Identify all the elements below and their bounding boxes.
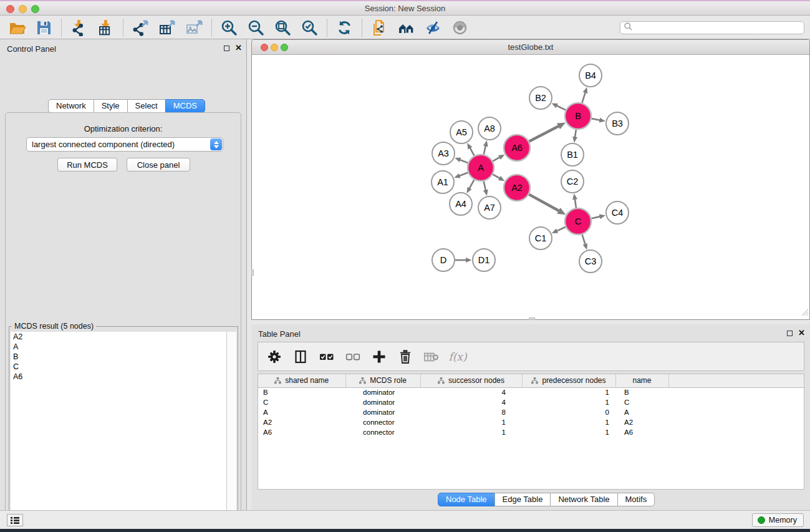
column-header-predecessor-nodes[interactable]: predecessor nodes (522, 374, 615, 387)
table-cell[interactable]: dominator (345, 397, 420, 407)
table-cell[interactable]: A (258, 407, 345, 417)
table-cell[interactable]: connector (345, 417, 420, 427)
table-cell[interactable]: dominator (345, 387, 420, 397)
hide-details-icon[interactable] (425, 19, 441, 36)
graph-node-A[interactable]: A (468, 155, 494, 181)
splitter-handle-left[interactable] (251, 269, 254, 276)
graph-edge-A-A1[interactable] (458, 173, 468, 177)
table-cell[interactable]: 4 (420, 387, 522, 397)
run-mcds-button[interactable]: Run MCDS (57, 158, 117, 172)
close-table-panel-icon[interactable]: ✕ (798, 328, 805, 337)
mcds-result-item[interactable]: A (11, 342, 226, 352)
graph-node-D1[interactable]: D1 (473, 249, 495, 271)
table-cell[interactable]: A2 (258, 417, 345, 427)
graph-node-C4[interactable]: C4 (606, 201, 629, 224)
table-cell[interactable]: 1 (522, 387, 615, 397)
tab-node-table[interactable]: Node Table (438, 493, 495, 506)
table-cell[interactable]: dominator (345, 407, 420, 417)
clone-network-icon[interactable] (371, 19, 388, 36)
add-column-icon[interactable] (372, 349, 387, 364)
column-header-MCDS-role[interactable]: MCDS role (345, 374, 420, 387)
graph-node-A2[interactable]: A2 (504, 175, 530, 201)
table-cell[interactable]: A (615, 407, 668, 417)
graph-edge-A-A5[interactable] (470, 147, 475, 156)
table-cell[interactable]: 4 (420, 397, 522, 407)
mcds-result-item[interactable]: A2 (11, 332, 226, 342)
graph-edge-B-B4[interactable] (582, 92, 586, 103)
mcds-result-item[interactable]: A6 (11, 372, 226, 382)
graph-edge-A-A6[interactable] (493, 157, 500, 161)
graph-node-A5[interactable]: A5 (450, 121, 473, 143)
graph-node-A4[interactable]: A4 (450, 193, 472, 215)
table-cell[interactable]: 8 (420, 407, 522, 417)
graph-edge-A-A7[interactable] (484, 181, 486, 191)
table-cell[interactable]: B (258, 387, 345, 397)
tab-edge-table[interactable]: Edge Table (494, 493, 551, 506)
graph-edge-B-B3[interactable] (592, 118, 601, 120)
column-header-shared-name[interactable]: shared name (258, 374, 345, 387)
table-row[interactable]: A2connector11A2 (258, 417, 804, 427)
table-cell[interactable]: B (615, 387, 668, 397)
column-header-successor-nodes[interactable]: successor nodes (420, 374, 522, 387)
graph-edge-A6-B[interactable] (529, 125, 560, 141)
table-cell[interactable]: A2 (615, 417, 668, 427)
table-row[interactable]: Bdominator41B (258, 387, 804, 397)
table-cell[interactable]: 0 (522, 407, 615, 417)
export-table-icon[interactable] (159, 19, 176, 36)
graph-edge-A-A2[interactable] (493, 175, 500, 179)
graph-edge-C-C2[interactable] (575, 198, 576, 208)
table-cell[interactable]: 1 (522, 417, 615, 427)
table-cell[interactable]: 1 (522, 427, 615, 437)
graph-node-A6[interactable]: A6 (504, 135, 530, 161)
open-session-icon[interactable] (9, 19, 26, 36)
first-neighbors-icon[interactable] (398, 19, 415, 36)
table-cell[interactable]: 1 (420, 417, 522, 427)
mcds-result-item[interactable]: C (11, 362, 226, 372)
import-network-icon[interactable] (70, 19, 87, 36)
table-cell[interactable]: A6 (615, 427, 668, 437)
splitter-handle-bottom[interactable] (529, 317, 535, 320)
graph-node-A3[interactable]: A3 (432, 142, 455, 165)
float-panel-icon[interactable] (224, 46, 229, 51)
graph-node-B2[interactable]: B2 (529, 87, 552, 109)
table-cell[interactable]: A6 (258, 427, 345, 437)
delete-column-icon[interactable] (398, 349, 413, 364)
zoom-out-icon[interactable] (248, 19, 264, 36)
graph-node-C1[interactable]: C1 (529, 227, 552, 249)
graph-edge-B-B1[interactable] (575, 130, 576, 138)
close-panel-button[interactable]: Close panel (127, 158, 190, 172)
graph-node-B1[interactable]: B1 (561, 143, 584, 166)
import-table-icon[interactable] (97, 19, 114, 36)
mcds-result-list[interactable]: A2ABCA6 (11, 332, 227, 532)
tab-motifs[interactable]: Motifs (617, 493, 655, 506)
zoom-selected-icon[interactable] (301, 19, 318, 36)
graph-edge-A2-C[interactable] (529, 195, 559, 211)
table-cell[interactable]: C (258, 397, 345, 407)
tab-style[interactable]: Style (94, 99, 128, 113)
export-network-icon[interactable] (132, 19, 149, 36)
table-cell[interactable]: 1 (522, 397, 615, 407)
graph-node-A1[interactable]: A1 (432, 171, 454, 193)
graph-node-A7[interactable]: A7 (478, 196, 501, 219)
graph-edge-A-A4[interactable] (469, 180, 474, 189)
table-row[interactable]: Cdominator41C (258, 397, 804, 407)
float-table-panel-icon[interactable] (787, 331, 793, 336)
graph-node-B[interactable]: B (565, 103, 591, 129)
graph-node-C[interactable]: C (565, 208, 591, 235)
tab-mcds[interactable]: MCDS (165, 99, 205, 113)
tab-network-table[interactable]: Network Table (550, 493, 617, 506)
graph-node-D[interactable]: D (432, 249, 455, 271)
graph-edge-C-C1[interactable] (556, 227, 566, 231)
graph-node-C3[interactable]: C3 (579, 250, 602, 273)
graph-edge-A-A3[interactable] (459, 160, 468, 163)
export-image-icon[interactable] (186, 19, 203, 36)
tab-network[interactable]: Network (48, 99, 94, 113)
graph-edge-A-A8[interactable] (484, 145, 486, 154)
refresh-layout-icon[interactable] (336, 19, 353, 36)
resize-grip-icon[interactable] (800, 307, 809, 319)
zoom-fit-icon[interactable] (274, 19, 291, 36)
graph-node-B4[interactable]: B4 (579, 64, 602, 87)
graph-node-A8[interactable]: A8 (478, 117, 501, 140)
close-panel-icon[interactable]: ✕ (235, 43, 242, 52)
unselect-all-icon[interactable] (345, 349, 360, 364)
